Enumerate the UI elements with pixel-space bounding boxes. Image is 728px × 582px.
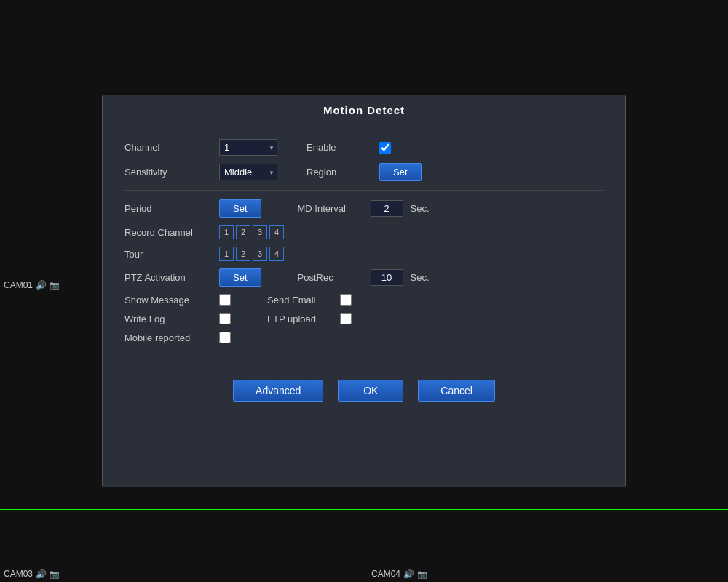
- record-channel-nums: 1 2 3 4: [219, 225, 284, 239]
- channel-select[interactable]: 1 2 3 4: [219, 139, 277, 156]
- cancel-button[interactable]: Cancel: [418, 380, 495, 402]
- period-row: Period Set MD Interval Sec.: [124, 199, 604, 218]
- period-label: Period: [124, 203, 212, 214]
- tour-ch-2[interactable]: 2: [236, 247, 250, 261]
- show-message-checkbox[interactable]: [219, 294, 231, 306]
- ftp-upload-label: FTP upload: [267, 314, 333, 324]
- ptz-set-button[interactable]: Set: [219, 268, 261, 287]
- mobile-reported-label: Mobile reported: [124, 332, 212, 343]
- write-log-label: Write Log: [124, 314, 212, 324]
- write-log-row: Write Log FTP upload: [124, 313, 604, 324]
- ftp-upload-checkbox[interactable]: [340, 313, 352, 324]
- tour-ch-4[interactable]: 4: [269, 247, 284, 261]
- md-interval-sec: Sec.: [411, 203, 430, 214]
- enable-checkbox[interactable]: [379, 142, 391, 154]
- sensitivity-label: Sensitivity: [124, 167, 212, 178]
- motion-detect-dialog: Motion Detect Channel 1 2 3 4 Enable: [102, 95, 626, 487]
- md-interval-label: MD Interval: [298, 203, 363, 214]
- mobile-reported-checkbox[interactable]: [219, 332, 231, 343]
- channel-select-wrapper: 1 2 3 4: [219, 139, 277, 156]
- dialog-overlay: Motion Detect Channel 1 2 3 4 Enable: [0, 0, 728, 582]
- period-set-button[interactable]: Set: [219, 199, 261, 218]
- record-ch-3[interactable]: 3: [253, 225, 267, 239]
- ptz-row: PTZ Activation Set PostRec Sec.: [124, 268, 604, 287]
- ok-button[interactable]: OK: [338, 380, 403, 402]
- tour-ch-1[interactable]: 1: [219, 247, 234, 261]
- region-set-button[interactable]: Set: [379, 163, 422, 181]
- postrec-sec: Sec.: [411, 272, 430, 283]
- tour-row: Tour 1 2 3 4: [124, 247, 604, 261]
- sensitivity-select-wrapper: Low Middle High: [219, 164, 277, 180]
- advanced-button[interactable]: Advanced: [233, 380, 323, 402]
- send-email-label: Send Email: [267, 295, 333, 306]
- md-interval-input[interactable]: [371, 200, 403, 217]
- record-ch-2[interactable]: 2: [236, 225, 250, 239]
- send-email-checkbox[interactable]: [340, 294, 352, 306]
- record-ch-4[interactable]: 4: [269, 225, 284, 239]
- divider-1: [124, 190, 604, 191]
- record-channel-row: Record Channel 1 2 3 4: [124, 225, 604, 239]
- postrec-label: PostRec: [298, 272, 363, 283]
- screen: CAM01 🔊 📷 CAM03 🔊 📷 CAM04 🔊 📷 Motion Det…: [0, 0, 728, 582]
- sensitivity-select[interactable]: Low Middle High: [219, 164, 277, 180]
- tour-nums: 1 2 3 4: [219, 247, 284, 261]
- mobile-reported-row: Mobile reported: [124, 332, 604, 343]
- show-message-label: Show Message: [124, 295, 212, 306]
- postrec-input[interactable]: [371, 269, 403, 286]
- record-ch-1[interactable]: 1: [219, 225, 234, 239]
- show-message-row: Show Message Send Email: [124, 294, 604, 306]
- region-label: Region: [306, 167, 372, 178]
- dialog-footer: Advanced OK Cancel: [103, 365, 625, 420]
- dialog-body: Channel 1 2 3 4 Enable Sensitivity: [103, 124, 625, 365]
- enable-label: Enable: [306, 142, 372, 153]
- dialog-title: Motion Detect: [103, 95, 625, 124]
- record-channel-label: Record Channel: [124, 227, 212, 238]
- channel-row: Channel 1 2 3 4 Enable: [124, 139, 604, 156]
- ptz-label: PTZ Activation: [124, 272, 212, 283]
- channel-label: Channel: [124, 142, 212, 153]
- tour-ch-3[interactable]: 3: [253, 247, 267, 261]
- sensitivity-row: Sensitivity Low Middle High Region Set: [124, 163, 604, 181]
- tour-label: Tour: [124, 249, 212, 260]
- write-log-checkbox[interactable]: [219, 313, 231, 324]
